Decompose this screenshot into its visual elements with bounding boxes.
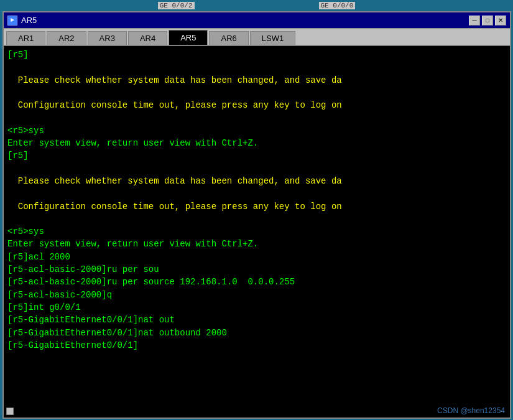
restore-button[interactable]: □ [482, 16, 493, 26]
window-title: AR5 [21, 16, 469, 25]
network-area: GE 0/0/2 GE 0/0/0 [0, 0, 513, 11]
window-controls: ─ □ ✕ [469, 16, 506, 26]
tab-AR6[interactable]: AR6 [209, 31, 248, 45]
scrollbar[interactable] [6, 408, 14, 415]
ge-label-1: GE 0/0/2 [158, 2, 195, 9]
tab-bar: AR1 AR2 AR3 AR4 AR5 AR6 LSW1 [4, 29, 510, 46]
terminal-output: [r5] Please check whether system data ha… [7, 49, 506, 352]
terminal-window: ► AR5 ─ □ ✕ AR1 AR2 AR3 AR4 AR5 AR6 LSW1… [2, 11, 511, 419]
tab-AR2[interactable]: AR2 [47, 31, 86, 45]
tab-AR4[interactable]: AR4 [128, 31, 167, 45]
ge-label-2: GE 0/0/0 [319, 2, 356, 9]
close-button[interactable]: ✕ [495, 16, 506, 26]
tab-AR5[interactable]: AR5 [169, 30, 208, 45]
tab-LSW1[interactable]: LSW1 [250, 31, 295, 45]
tab-AR1[interactable]: AR1 [6, 31, 45, 45]
title-bar: ► AR5 ─ □ ✕ [4, 12, 510, 29]
tab-AR3[interactable]: AR3 [88, 31, 127, 45]
watermark: CSDN @shen12354 [437, 406, 505, 415]
terminal-content[interactable]: [r5] Please check whether system data ha… [4, 46, 510, 418]
window-icon: ► [7, 16, 17, 26]
minimize-button[interactable]: ─ [469, 16, 480, 26]
